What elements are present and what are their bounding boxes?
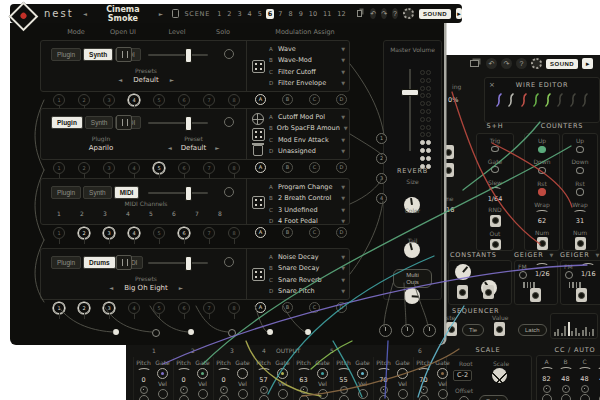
slot-circle-1[interactable]: 1: [53, 302, 65, 314]
vel-port[interactable]: [398, 389, 408, 399]
mod-assign-row[interactable]: BOrb SpacFB Amoun▼: [269, 123, 345, 135]
assign-port-D[interactable]: D: [336, 302, 347, 313]
assign-port-C[interactable]: C: [309, 94, 320, 105]
open-ui-button[interactable]: [116, 47, 132, 62]
dice-icon[interactable]: [252, 268, 265, 281]
cc-mod-port[interactable]: [543, 385, 551, 393]
slot-circle-7[interactable]: 7: [203, 302, 215, 314]
pitch-port[interactable]: [219, 395, 229, 400]
pitch-port[interactable]: [179, 395, 189, 400]
slew-dial[interactable]: [488, 187, 502, 193]
help-button[interactable]: ?: [516, 58, 527, 69]
pitch-dial[interactable]: [297, 368, 311, 375]
mode-button-drums[interactable]: Drums: [83, 256, 116, 269]
mode-button-synth[interactable]: Synth: [85, 116, 114, 129]
assign-port-D[interactable]: D: [336, 162, 347, 173]
vel-port[interactable]: [198, 389, 208, 399]
scene-4[interactable]: 4: [246, 9, 254, 19]
clock-output-icon[interactable]: [401, 324, 414, 337]
scene-2[interactable]: 2: [225, 9, 233, 19]
mod-assign-row[interactable]: BWave-Mod▼: [269, 55, 345, 67]
trig-port[interactable]: [491, 146, 499, 153]
midi-channel-number[interactable]: 6: [169, 210, 179, 217]
scene-7[interactable]: 7: [276, 9, 284, 19]
solo-button[interactable]: [224, 187, 234, 197]
chevron-down-icon[interactable]: ▼: [341, 288, 345, 294]
pitch-mod-port[interactable]: [220, 386, 228, 394]
scene-11[interactable]: 11: [321, 9, 333, 19]
mode-button-synth[interactable]: Synth: [83, 186, 112, 199]
mod-assign-row[interactable]: DUnassigned▼: [269, 146, 345, 158]
wire-color-swatch[interactable]: [544, 93, 552, 107]
up-port[interactable]: [538, 146, 546, 153]
pitch-dial[interactable]: [257, 368, 271, 375]
slot-circle-8[interactable]: 8: [228, 302, 240, 314]
down-port[interactable]: [538, 167, 546, 174]
master-volume-slider[interactable]: [409, 69, 411, 151]
pitch-mod-port[interactable]: [180, 386, 188, 394]
slot-circle-8[interactable]: 8: [228, 162, 240, 174]
pitch-dial[interactable]: [217, 368, 231, 375]
value-jack[interactable]: [494, 322, 505, 336]
cc-port[interactable]: [580, 394, 590, 400]
mixer-input-port-3[interactable]: 3: [376, 173, 387, 184]
fm-port[interactable]: [565, 271, 573, 279]
assign-port-D[interactable]: D: [336, 94, 347, 105]
level-slider-handle[interactable]: [185, 48, 192, 63]
chevron-down-icon[interactable]: ▼: [341, 69, 345, 75]
patch-node[interactable]: [113, 329, 119, 335]
color-knob[interactable]: [404, 242, 420, 258]
chevron-down-icon[interactable]: ▼: [341, 218, 345, 224]
down-port[interactable]: [576, 167, 584, 174]
fragment-jack[interactable]: [443, 163, 454, 177]
solo-button[interactable]: [224, 117, 234, 127]
chevron-down-icon[interactable]: ▼: [341, 265, 345, 271]
pitch-port[interactable]: [379, 395, 389, 400]
assign-port-B[interactable]: B: [282, 162, 293, 173]
plugin-value[interactable]: Aparilo: [89, 144, 114, 152]
pitch-port[interactable]: [339, 395, 349, 400]
scene-9[interactable]: 9: [297, 9, 305, 19]
slot-circle-6[interactable]: 6: [178, 162, 190, 174]
wrap-dial[interactable]: [535, 210, 549, 216]
mode-button-plugin[interactable]: Plugin: [51, 256, 81, 269]
slot-circle-4[interactable]: 4: [128, 302, 140, 314]
constant-knob-1[interactable]: [455, 264, 471, 280]
constant-jack-2[interactable]: [483, 285, 494, 299]
sound-button[interactable]: SOUND: [546, 59, 578, 69]
scene-10[interactable]: 10: [307, 9, 319, 19]
clock-output-icon[interactable]: [423, 324, 436, 337]
preset-name[interactable]: Cinema Smoke: [92, 5, 154, 23]
level-slider[interactable]: [148, 192, 208, 194]
pitch-mod-port[interactable]: [300, 386, 308, 394]
constant-jack-1[interactable]: [457, 285, 468, 299]
rate-dial[interactable]: [581, 263, 595, 270]
preset-next-button[interactable]: ►: [170, 77, 174, 83]
scene-8[interactable]: 8: [287, 9, 295, 19]
scene-3[interactable]: 3: [235, 9, 243, 19]
rnd-jack[interactable]: [490, 215, 501, 227]
patch-node[interactable]: [188, 329, 194, 335]
pitch-dial[interactable]: [377, 368, 391, 375]
assign-port-B[interactable]: B: [282, 94, 293, 105]
slot-circle-3[interactable]: 3: [103, 162, 115, 174]
level-slider-handle[interactable]: [185, 116, 192, 131]
cc-mod-port[interactable]: [581, 385, 589, 393]
mod-assign-row[interactable]: D4 Foot Pedal▼: [269, 216, 345, 228]
chevron-down-icon[interactable]: ▼: [341, 195, 345, 201]
slot-circle-8[interactable]: 8: [228, 227, 240, 239]
midi-channel-number[interactable]: 5: [146, 210, 156, 217]
multi-outs-button[interactable]: Multi Outs: [393, 269, 432, 288]
gate-port[interactable]: [437, 368, 448, 379]
globe-icon[interactable]: [252, 113, 264, 125]
slot-circle-1[interactable]: 1: [53, 162, 65, 174]
pitch-port[interactable]: [259, 395, 269, 400]
mod-assign-row[interactable]: DFilter Envelope▼: [269, 78, 345, 90]
slot-circle-8[interactable]: 8: [228, 94, 240, 106]
patch-node[interactable]: [152, 329, 160, 337]
cc-dial[interactable]: [597, 367, 600, 374]
preset-prev-button[interactable]: ◄: [118, 77, 122, 83]
gate-port[interactable]: [491, 166, 499, 173]
pitch-mod-port[interactable]: [260, 386, 268, 394]
slot-circle-5[interactable]: 5: [153, 302, 165, 314]
